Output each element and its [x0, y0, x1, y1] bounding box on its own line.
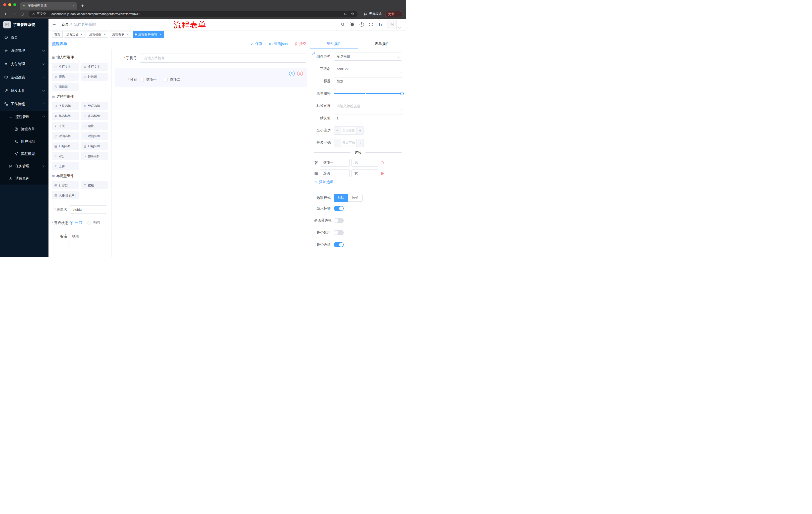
- sidebar-item-home[interactable]: 首页: [0, 31, 49, 44]
- save-button[interactable]: 保存: [250, 42, 262, 46]
- stepper-value[interactable]: 至少应选: [341, 127, 356, 134]
- palette-item-password[interactable]: ⊛密码: [52, 73, 79, 81]
- palette-item-date-picker[interactable]: ▦日期选择: [52, 142, 79, 150]
- palette-item-slider[interactable]: ⊷滑块: [81, 122, 108, 130]
- palette-item-table[interactable]: ▦表格[开发中]: [52, 191, 79, 199]
- field-name-input[interactable]: [334, 65, 402, 73]
- sidebar-item-process-model[interactable]: 流程模型: [0, 147, 49, 160]
- form-grid-slider[interactable]: [334, 89, 402, 98]
- stepper-plus-button[interactable]: +: [356, 139, 364, 146]
- style-button-button[interactable]: 按钮: [348, 194, 362, 202]
- link-icon[interactable]: [312, 52, 316, 56]
- palette-item-select[interactable]: ⊙下拉选择: [52, 102, 79, 110]
- tab-close-icon[interactable]: ×: [72, 4, 75, 8]
- traffic-light-maximize[interactable]: [13, 3, 16, 6]
- status-on-radio[interactable]: 开启: [69, 220, 82, 225]
- component-props-tab[interactable]: 组件属性: [310, 39, 358, 49]
- tag-process-definition[interactable]: 流程定义 ×: [64, 31, 85, 38]
- sidebar-item-leave-query[interactable]: 请假查询: [0, 172, 49, 185]
- palette-item-textarea[interactable]: ▤多行文本: [81, 63, 108, 71]
- fullscreen-icon[interactable]: [369, 22, 373, 27]
- phone-input[interactable]: [140, 54, 306, 63]
- copy-widget-button[interactable]: [289, 71, 295, 76]
- checkbox-option-1[interactable]: 选项一: [140, 77, 156, 82]
- close-icon[interactable]: ×: [158, 33, 162, 36]
- tag-process-form-edit[interactable]: 流程表单-编辑 ×: [133, 31, 164, 38]
- remove-option-icon[interactable]: ⊖: [380, 171, 384, 175]
- palette-item-upload[interactable]: ⇧上传: [52, 162, 79, 170]
- checkbox-icon[interactable]: [140, 78, 144, 81]
- tag-process-model[interactable]: 流程模型 ×: [87, 31, 108, 38]
- palette-item-time-picker[interactable]: ◷时间选择: [52, 132, 79, 140]
- clear-button[interactable]: 清空: [294, 42, 306, 46]
- gender-widget-selected[interactable]: *性别 选项一 选项二: [115, 68, 307, 87]
- breadcrumb-home[interactable]: 首页: [62, 22, 68, 27]
- back-button[interactable]: [2, 10, 9, 18]
- option-label-input[interactable]: [320, 169, 350, 177]
- browser-tab[interactable]: 芋道管理系统 ×: [20, 2, 77, 9]
- label-width-input[interactable]: [334, 102, 402, 110]
- view-json-button[interactable]: 查看json: [269, 42, 288, 46]
- sidebar-item-infrastructure[interactable]: 基础设施: [0, 71, 49, 84]
- palette-item-button[interactable]: ▢按钮: [81, 181, 108, 189]
- font-size-icon[interactable]: TT: [378, 22, 382, 27]
- palette-item-row-container[interactable]: ▣行容器: [52, 181, 79, 189]
- slider-handle[interactable]: [400, 92, 404, 95]
- style-default-button[interactable]: 默认: [334, 194, 348, 202]
- palette-item-editor[interactable]: ✎编辑器: [52, 83, 79, 91]
- avatar[interactable]: [387, 20, 397, 29]
- palette-item-color-picker[interactable]: ◑颜色选择: [81, 152, 108, 160]
- palette-item-date-range[interactable]: ▥日期范围: [81, 142, 108, 150]
- sidebar-item-system-management[interactable]: 系统管理: [0, 44, 49, 57]
- add-option-button[interactable]: ⊕ 添加选项: [315, 180, 402, 184]
- stepper-value[interactable]: 最多可选: [341, 139, 356, 146]
- palette-item-radio-group[interactable]: ◉单选框组: [52, 112, 79, 120]
- search-icon[interactable]: [341, 22, 345, 27]
- sidebar-item-workflow[interactable]: 工作流程: [0, 97, 49, 111]
- option-value-input[interactable]: [351, 169, 378, 177]
- disabled-switch[interactable]: [334, 230, 344, 235]
- checkbox-option-2[interactable]: 选项二: [164, 77, 180, 82]
- github-icon[interactable]: [350, 22, 354, 27]
- title-input[interactable]: [334, 77, 402, 85]
- drag-handle-icon[interactable]: [314, 171, 318, 175]
- stepper-minus-button[interactable]: −: [334, 139, 341, 146]
- palette-item-input[interactable]: ▭单行文本: [52, 63, 79, 71]
- border-switch[interactable]: [334, 218, 344, 223]
- palette-item-counter[interactable]: 123计数器: [81, 73, 108, 81]
- phone-field-row[interactable]: *手机号: [115, 52, 307, 64]
- update-button[interactable]: 更新 ⋮: [385, 11, 403, 17]
- gender-field-row[interactable]: *性别 选项一 选项二: [115, 77, 306, 83]
- avatar-caret-icon[interactable]: [399, 26, 401, 28]
- show-label-switch[interactable]: [334, 206, 344, 211]
- option-value-input[interactable]: [351, 159, 378, 167]
- sidebar-item-payment-management[interactable]: ¥ 支付管理: [0, 57, 49, 71]
- palette-item-checkbox-group[interactable]: ☑多选框组: [81, 112, 108, 120]
- sidebar-item-process-form[interactable]: 流程表单: [0, 123, 49, 135]
- checkbox-icon[interactable]: [164, 78, 168, 81]
- palette-item-cascader[interactable]: ⋔级联选择: [81, 102, 108, 110]
- option-label-input[interactable]: [320, 159, 350, 167]
- tag-home[interactable]: 首页: [52, 31, 63, 38]
- forward-button[interactable]: [10, 10, 18, 18]
- stepper-minus-button[interactable]: −: [334, 127, 341, 134]
- palette-item-time-range[interactable]: ◔时间范围: [81, 132, 108, 140]
- key-icon[interactable]: [344, 12, 347, 16]
- tag-process-form[interactable]: 流程表单 ×: [110, 31, 131, 38]
- help-icon[interactable]: ?: [359, 22, 364, 27]
- form-name-input[interactable]: [69, 206, 107, 214]
- required-switch[interactable]: [334, 242, 344, 247]
- drag-handle-icon[interactable]: [314, 161, 318, 165]
- form-canvas[interactable]: *手机号 *性别 选项一: [111, 49, 310, 257]
- sidebar-item-process-management[interactable]: 流程管理: [0, 111, 49, 123]
- status-off-radio[interactable]: 关闭: [87, 220, 100, 225]
- hamburger-button[interactable]: [52, 22, 57, 27]
- component-type-select[interactable]: [334, 53, 402, 61]
- close-icon[interactable]: ×: [125, 33, 129, 36]
- traffic-light-close[interactable]: [3, 3, 6, 6]
- sidebar-item-user-group[interactable]: 用户分组: [0, 135, 49, 147]
- traffic-light-minimize[interactable]: [8, 3, 11, 6]
- stepper-plus-button[interactable]: +: [356, 127, 364, 134]
- close-icon[interactable]: ×: [103, 33, 106, 36]
- sidebar-item-task-management[interactable]: 任务管理: [0, 160, 49, 172]
